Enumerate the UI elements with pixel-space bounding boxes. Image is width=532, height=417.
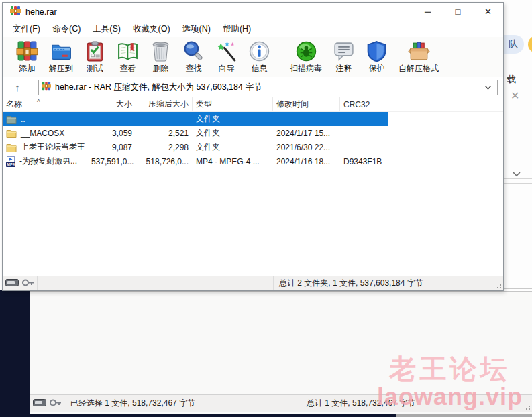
comment-button[interactable]: 注释 xyxy=(327,40,360,75)
winrar-statusbar: 总计 2 文件夹, 1 文件, 537,603,184 字节 xyxy=(3,276,503,290)
addressbar-gripper xyxy=(34,80,34,95)
menu-favorites[interactable]: 收藏夹(O) xyxy=(127,21,176,37)
file-type: 文件夹 xyxy=(193,127,273,139)
scan-virus-button[interactable]: 扫描病毒 xyxy=(284,40,327,75)
up-directory-button[interactable]: ↑ xyxy=(7,79,28,95)
archive-path-text: hehe.rar - RAR 压缩文件, 解包大小为 537,603,184 字… xyxy=(55,82,482,93)
sort-asc-icon: ^ xyxy=(37,99,40,106)
archive-total-status: 总计 2 文件夹, 1 文件, 537,603,184 字节 xyxy=(274,278,423,289)
close-button[interactable]: ✕ xyxy=(473,3,503,21)
toolbar-button-label: 添加 xyxy=(19,63,36,74)
file-packed-size: 2,298 xyxy=(136,143,193,152)
column-headers: 名称 ^ 大小 压缩后大小 类型 修改时间 CRC32 xyxy=(3,97,503,112)
toolbar-button-label: 删除 xyxy=(153,63,169,74)
maximize-button[interactable]: □ xyxy=(443,3,473,21)
avatar-circle-fragment xyxy=(528,36,532,53)
file-name: .. xyxy=(21,115,25,124)
resize-grip[interactable] xyxy=(523,402,531,410)
minimize-button[interactable]: ─ xyxy=(413,3,443,21)
download-label-fragment[interactable]: 载 xyxy=(507,74,516,86)
wizard-button[interactable]: 向导 xyxy=(210,40,243,75)
combo-chevron-down-icon[interactable] xyxy=(482,81,494,93)
file-size: 9,087 xyxy=(91,143,136,152)
shield-icon xyxy=(366,40,388,62)
pill-button-fragment[interactable]: 队 xyxy=(504,35,524,54)
menu-commands[interactable]: 命令(C) xyxy=(46,21,87,37)
file-modified: 2024/1/17 15... xyxy=(273,129,340,138)
file-modified: 2024/1/16 18... xyxy=(273,157,340,166)
total-files-status: 总计 1 文件, 518,732,467 字节 xyxy=(301,398,415,410)
toolbar: 添加 解压到 xyxy=(3,37,503,77)
disk-icon xyxy=(33,399,46,408)
menubar: 文件(F) 命令(C) 工具(S) 收藏夹(O) 选项(N) 帮助(H) xyxy=(3,21,503,37)
titlebar[interactable]: hehe.rar ─ □ ✕ xyxy=(3,3,503,21)
column-header-name[interactable]: 名称 ^ xyxy=(3,97,91,111)
test-clipboard-icon xyxy=(84,40,106,62)
menu-tools[interactable]: 工具(S) xyxy=(87,21,127,37)
trash-icon xyxy=(150,40,172,62)
extract-folder-icon xyxy=(50,40,72,62)
file-name: 上老王论坛当老王 xyxy=(21,141,85,153)
find-button[interactable]: 查找 xyxy=(177,40,210,75)
folder-icon xyxy=(6,129,17,138)
archive-path-combobox[interactable]: hehe.rar - RAR 压缩文件, 解包大小为 537,603,184 字… xyxy=(38,80,498,95)
column-header-modified[interactable]: 修改时间 xyxy=(273,97,340,111)
column-header-type[interactable]: 类型 xyxy=(193,97,273,111)
file-type: 文件夹 xyxy=(193,113,273,125)
file-crc32: D9343F1B xyxy=(340,157,388,166)
window-title: hehe.rar xyxy=(25,7,413,17)
table-row-mp4-file[interactable]: MP4 -为报复刺激男... 537,591,0... 518,726,0...… xyxy=(3,154,388,168)
toolbar-button-label: 注释 xyxy=(336,63,352,74)
add-button[interactable]: 添加 xyxy=(11,40,44,75)
screen: 已经选择 1 文件, 518,732,467 字节 总计 1 文件, 518,7… xyxy=(0,0,532,417)
divider xyxy=(504,183,532,184)
folder-up-icon xyxy=(6,115,17,124)
toolbar-button-label: 查看 xyxy=(120,63,136,74)
menu-help[interactable]: 帮助(H) xyxy=(217,21,257,37)
mp4-file-icon: MP4 xyxy=(6,156,15,167)
column-header-size[interactable]: 大小 xyxy=(91,97,136,111)
view-button[interactable]: 查看 xyxy=(111,40,144,75)
file-modified: 2021/6/30 22... xyxy=(273,143,340,152)
file-type: MP4 - MPEG-4 ... xyxy=(193,157,273,166)
toolbar-gripper[interactable] xyxy=(5,40,5,74)
key-icon[interactable] xyxy=(22,279,34,288)
toolbar-button-label: 自解压格式 xyxy=(398,63,439,74)
table-row-macosx[interactable]: __MACOSX 3,059 2,521 文件夹 2024/1/17 15... xyxy=(3,126,388,140)
address-bar: ↑ hehe.rar - RAR 压缩文件, 解包大小为 537,603,184… xyxy=(3,77,503,97)
view-book-icon xyxy=(117,40,139,62)
column-header-packed[interactable]: 压缩后大小 xyxy=(136,97,193,111)
file-list: .. 文件夹 __MACOSX 3,059 2,521 文件夹 2024/ xyxy=(3,112,503,276)
toolbar-button-label: 扫描病毒 xyxy=(290,63,322,74)
protect-button[interactable]: 保护 xyxy=(360,40,393,75)
background-window: 已经选择 1 文件, 518,732,467 字节 总计 1 文件, 518,7… xyxy=(30,291,532,414)
column-header-crc32[interactable]: CRC32 xyxy=(340,97,388,111)
file-packed-size: 518,726,0... xyxy=(136,157,193,166)
extract-to-button[interactable]: 解压到 xyxy=(44,40,78,75)
background-window-statusbar: 已经选择 1 文件, 518,732,467 字节 总计 1 文件, 518,7… xyxy=(30,394,532,412)
file-size: 3,059 xyxy=(91,129,136,138)
toolbar-button-label: 测试 xyxy=(87,63,103,74)
table-row-laowang-folder[interactable]: 上老王论坛当老王 9,087 2,298 文件夹 2021/6/30 22... xyxy=(3,140,388,154)
toolbar-button-label: 解压到 xyxy=(49,63,73,74)
info-button[interactable]: 信息 xyxy=(243,40,276,75)
menu-file[interactable]: 文件(F) xyxy=(7,21,46,37)
menu-options[interactable]: 选项(N) xyxy=(176,21,217,37)
selected-files-status: 已经选择 1 文件, 518,732,467 字节 xyxy=(65,398,295,409)
disk-icon[interactable] xyxy=(5,279,19,288)
divider xyxy=(504,178,532,179)
close-icon[interactable]: ✕ xyxy=(511,89,519,102)
info-icon xyxy=(248,40,270,62)
toolbar-button-label: 向导 xyxy=(219,63,235,74)
file-type: 文件夹 xyxy=(193,141,273,153)
comment-bubble-icon xyxy=(333,40,355,62)
delete-button[interactable]: 删除 xyxy=(144,40,177,75)
background-page-right-edge: 队 载 ✕ xyxy=(504,0,532,290)
table-row-parent-dir[interactable]: .. 文件夹 xyxy=(3,112,388,126)
resize-grip[interactable] xyxy=(494,281,502,289)
sfx-button[interactable]: 自解压格式 xyxy=(393,40,444,75)
toolbar-separator xyxy=(280,42,280,73)
test-button[interactable]: 测试 xyxy=(78,40,111,75)
wizard-wand-icon xyxy=(215,40,237,62)
winrar-logo-icon xyxy=(10,5,21,19)
